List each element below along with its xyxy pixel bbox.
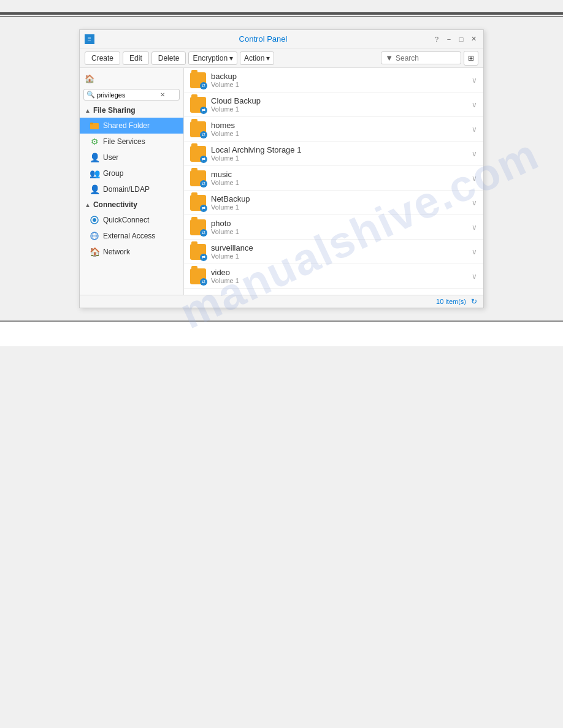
folder-icon: ⇄ (190, 121, 206, 137)
sidebar-item-label: External Access (103, 232, 155, 240)
row-expand-icon[interactable]: ∨ (472, 223, 477, 232)
folder-sub: Volume 1 (211, 252, 467, 260)
folder-sub: Volume 1 (211, 81, 467, 88)
encryption-dropdown[interactable]: Encryption ▾ (188, 51, 237, 65)
row-expand-icon[interactable]: ∨ (472, 272, 477, 281)
row-expand-icon[interactable]: ∨ (472, 248, 477, 256)
folder-info: homes Volume 1 (211, 121, 467, 137)
collapse-icon: ▲ (85, 202, 91, 208)
folder-icon: ⇄ (190, 170, 206, 186)
sidebar-item-domain-ldap[interactable]: 👤 Domain/LDAP (80, 181, 183, 197)
row-expand-icon[interactable]: ∨ (472, 100, 477, 109)
row-expand-icon[interactable]: ∨ (472, 150, 477, 158)
table-row[interactable]: ⇄ video Volume 1 ∨ (184, 264, 483, 289)
sort-icon: ⊞ (468, 54, 474, 63)
table-row[interactable]: ⇄ backup Volume 1 ∨ (184, 68, 483, 93)
sort-button[interactable]: ⊞ (464, 51, 478, 66)
folder-sub: Volume 1 (211, 154, 467, 162)
share-badge: ⇄ (200, 82, 207, 89)
folder-icon: ⇄ (190, 219, 206, 235)
page-wrapper: manualshive.com ≡ Control Panel ? − □ ✕ … (0, 0, 563, 728)
search-box[interactable]: ▼ (381, 51, 461, 64)
top-decorative-line2 (0, 16, 563, 17)
search-input[interactable] (396, 54, 457, 63)
folder-sub: Volume 1 (211, 179, 467, 186)
titlebar-left: ≡ (85, 34, 94, 44)
folder-sub: Volume 1 (211, 228, 467, 235)
row-expand-icon[interactable]: ∨ (472, 125, 477, 134)
close-button[interactable]: ✕ (469, 34, 478, 44)
sidebar-item-shared-folder[interactable]: Shared Folder (80, 118, 183, 134)
table-row[interactable]: ⇄ NetBackup Volume 1 ∨ (184, 191, 483, 215)
folder-list: ⇄ backup Volume 1 ∨ ⇄ Cloud Backup Volum… (184, 68, 483, 295)
refresh-button[interactable]: ↻ (471, 297, 477, 306)
row-expand-icon[interactable]: ∨ (472, 76, 477, 85)
folder-name: backup (211, 72, 467, 81)
help-button[interactable]: ? (432, 34, 442, 44)
folder-info: music Volume 1 (211, 170, 467, 186)
table-row[interactable]: ⇄ surveillance Volume 1 ∨ (184, 240, 483, 264)
delete-button[interactable]: Delete (151, 51, 186, 65)
folder-info: surveillance Volume 1 (211, 243, 467, 260)
share-badge: ⇄ (200, 278, 207, 286)
group-icon: 👥 (90, 169, 99, 178)
sidebar-item-label: QuickConnect (103, 216, 149, 224)
sidebar-home-button[interactable]: 🏠 (80, 71, 183, 86)
share-badge: ⇄ (200, 254, 207, 261)
file-sharing-label: File Sharing (93, 106, 136, 115)
folder-info: photo Volume 1 (211, 219, 467, 235)
sidebar-item-external-access[interactable]: External Access (80, 228, 183, 244)
connectivity-label: Connectivity (93, 200, 137, 209)
table-row[interactable]: ⇄ Local Archiving Storage 1 Volume 1 ∨ (184, 142, 483, 166)
folder-sub: Volume 1 (211, 203, 467, 211)
sidebar-item-network[interactable]: 🏠 Network (80, 244, 183, 260)
folder-sub: Volume 1 (211, 277, 467, 284)
folder-info: backup Volume 1 (211, 72, 467, 88)
minimize-button[interactable]: − (444, 34, 454, 44)
sidebar-item-group[interactable]: 👥 Group (80, 165, 183, 181)
folder-name: video (211, 268, 467, 277)
action-dropdown[interactable]: Action ▾ (240, 51, 274, 65)
folder-info: Local Archiving Storage 1 Volume 1 (211, 145, 467, 162)
folder-icon: ⇄ (190, 146, 206, 162)
sidebar-item-label: Group (103, 169, 123, 178)
external-access-icon (90, 231, 99, 241)
share-badge: ⇄ (200, 205, 207, 212)
sidebar-item-label: User (103, 153, 118, 162)
row-expand-icon[interactable]: ∨ (472, 174, 477, 183)
sidebar-search-input[interactable] (97, 91, 158, 99)
share-badge: ⇄ (200, 229, 207, 237)
folder-icon: ⇄ (190, 244, 206, 260)
search-magnifier-icon: 🔍 (86, 91, 95, 99)
shared-folder-icon (90, 121, 99, 131)
table-row[interactable]: ⇄ Cloud Backup Volume 1 ∨ (184, 93, 483, 117)
home-icon: 🏠 (85, 74, 94, 83)
sidebar-item-label: Network (103, 248, 130, 256)
folder-sub: Volume 1 (211, 130, 467, 137)
folder-name: Cloud Backup (211, 96, 467, 105)
chevron-down-icon: ▾ (266, 54, 270, 63)
folder-name: surveillance (211, 243, 467, 252)
table-row[interactable]: ⇄ homes Volume 1 ∨ (184, 117, 483, 142)
folder-icon: ⇄ (190, 268, 206, 284)
table-row[interactable]: ⇄ music Volume 1 ∨ (184, 166, 483, 191)
toolbar: Create Edit Delete Encryption ▾ Action ▾… (80, 48, 483, 68)
folder-icon: ⇄ (190, 97, 206, 113)
edit-button[interactable]: Edit (123, 51, 149, 65)
connectivity-section-header[interactable]: ▲ Connectivity (80, 197, 183, 212)
sidebar-search-box[interactable]: 🔍 ✕ (83, 89, 180, 100)
sidebar-item-file-services[interactable]: ⚙ File Services (80, 134, 183, 150)
control-panel-window: ≡ Control Panel ? − □ ✕ Create Edit Dele… (79, 29, 484, 308)
file-sharing-section-header[interactable]: ▲ File Sharing (80, 103, 183, 118)
sidebar-item-label: Domain/LDAP (103, 185, 150, 194)
user-icon: 👤 (90, 153, 99, 162)
maximize-button[interactable]: □ (456, 34, 466, 44)
sidebar-item-quickconnect[interactable]: QuickConnect (80, 212, 183, 228)
search-clear-button[interactable]: ✕ (160, 91, 165, 98)
create-button[interactable]: Create (85, 51, 120, 65)
row-expand-icon[interactable]: ∨ (472, 199, 477, 207)
sidebar-item-user[interactable]: 👤 User (80, 150, 183, 165)
quickconnect-icon (90, 215, 99, 225)
share-badge: ⇄ (200, 180, 207, 188)
table-row[interactable]: ⇄ photo Volume 1 ∨ (184, 215, 483, 240)
